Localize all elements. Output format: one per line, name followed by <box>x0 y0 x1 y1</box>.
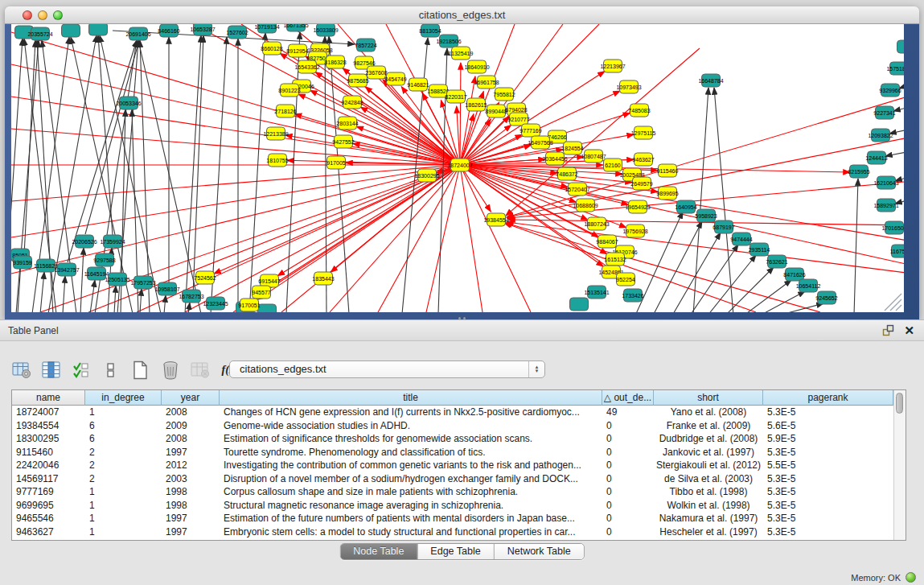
graph-node[interactable]: 7486372 <box>556 167 577 180</box>
graph-node[interactable]: 12213389 <box>263 127 288 140</box>
graph-node[interactable] <box>62 24 80 37</box>
graph-node[interactable]: 12323445 <box>203 297 228 310</box>
graph-node[interactable]: 18640910 <box>464 60 489 73</box>
graph-node[interactable]: 9227341 <box>873 106 895 119</box>
scrollbar-thumb[interactable] <box>896 393 903 414</box>
network-table-select[interactable]: citations_edges.txt ▲▼ <box>229 360 545 378</box>
graph-node[interactable]: 10688609 <box>573 199 598 212</box>
table-row[interactable]: 2242004622012Investigating the contribut… <box>12 459 893 472</box>
graph-node[interactable]: 16543362 <box>294 60 319 73</box>
graph-node[interactable]: 19218506 <box>436 35 461 47</box>
graph-node[interactable]: 939159 <box>13 256 31 269</box>
graph-node[interactable]: 1733426 <box>622 289 643 302</box>
graph-node[interactable]: 2803144 <box>336 117 358 130</box>
graph-node[interactable]: 8990448 <box>485 105 507 117</box>
graph-node[interactable]: 16648784 <box>698 74 723 87</box>
graph-node[interactable]: 16033809 <box>313 24 338 36</box>
graph-node[interactable]: 9875685 <box>347 74 368 87</box>
float-panel-icon[interactable] <box>882 324 894 336</box>
graph-node[interactable]: 945577 <box>252 286 270 299</box>
graph-node[interactable]: 18807243 <box>584 217 609 230</box>
graph-node[interactable]: 8186328 <box>324 56 346 68</box>
graph-node[interactable]: 20355724 <box>27 27 52 40</box>
network-canvas[interactable]: 2035572420691406846616010653287152760210… <box>11 24 904 312</box>
graph-node[interactable]: 9777169 <box>519 124 541 137</box>
graph-node[interactable]: 12975115 <box>631 126 656 139</box>
graph-node[interactable]: 10973493 <box>616 80 641 93</box>
new-table-icon[interactable] <box>130 360 151 381</box>
graph-node[interactable]: 16210643 <box>873 176 898 189</box>
graph-node[interactable] <box>258 304 277 312</box>
graph-node[interactable]: 7485083 <box>628 104 650 117</box>
graph-node[interactable]: 20364456 <box>542 152 567 165</box>
graph-node[interactable]: 9329966 <box>879 84 901 97</box>
graph-node[interactable]: 9884067 <box>596 235 618 248</box>
graph-node[interactable]: 17359924 <box>100 235 125 248</box>
graph-node[interactable]: 8466160 <box>158 24 179 37</box>
graph-node[interactable]: 12505135 <box>105 273 129 286</box>
header-cell[interactable]: title <box>220 390 602 406</box>
graph-node[interactable]: 1862615 <box>465 98 487 111</box>
table-row[interactable]: 911546021997Tourette syndrome. Phenomeno… <box>12 446 893 459</box>
delete-network-table-icon[interactable] <box>190 360 211 381</box>
graph-node[interactable]: 16671355 <box>283 24 308 31</box>
delete-table-icon[interactable] <box>160 360 181 381</box>
graph-node[interactable]: 15135141 <box>584 286 609 299</box>
graph-node[interactable]: 2649579 <box>630 177 652 190</box>
graph-node[interactable]: 19654923 <box>625 200 650 213</box>
graph-node[interactable]: 1527602 <box>226 26 248 39</box>
tab-edge-table[interactable]: Edge Table <box>417 544 494 559</box>
graph-node[interactable] <box>897 40 905 53</box>
graph-node[interactable]: 62160 <box>604 159 622 171</box>
graph-node[interactable]: 952254 <box>616 273 634 286</box>
graph-node[interactable]: 20691406 <box>125 27 150 40</box>
graph-node[interactable]: 9899695 <box>656 187 678 200</box>
graph-node[interactable]: 9170051 <box>238 299 260 311</box>
header-cell[interactable]: year <box>162 390 220 406</box>
graph-node[interactable]: 8454749 <box>384 72 406 85</box>
graph-node[interactable]: 10653287 <box>190 24 215 35</box>
header-cell[interactable]: △ out_de... <box>602 390 654 406</box>
graph-node[interactable]: 16782753 <box>179 290 203 303</box>
header-cell[interactable]: short <box>654 390 763 406</box>
table-row[interactable]: 1872400712008Changes of HCN gene express… <box>12 406 893 419</box>
graph-node[interactable]: 15751874 <box>886 62 904 75</box>
graph-node[interactable]: 20053346 <box>116 97 141 109</box>
graph-node[interactable]: 917005 <box>326 156 345 169</box>
graph-node[interactable]: 1167533 <box>890 245 904 257</box>
row-height-icon[interactable] <box>101 360 121 381</box>
window-titlebar[interactable]: citations_edges.txt <box>5 6 919 24</box>
graph-node[interactable]: 8901223 <box>278 84 300 97</box>
table-row[interactable]: 969969511998Structural magnetic resonanc… <box>12 499 893 513</box>
graph-hub-node[interactable]: 18724007 <box>447 159 472 171</box>
graph-node[interactable]: 2935114 <box>749 243 770 256</box>
graph-node[interactable]: 1640954 <box>675 200 696 213</box>
graph-node[interactable]: 11325419 <box>449 47 474 60</box>
graph-node[interactable]: 5958923 <box>695 209 717 222</box>
graph-node[interactable]: 16497568 <box>528 136 552 149</box>
graph-node[interactable]: 7857224 <box>355 39 376 51</box>
graph-node[interactable]: 9463627 <box>632 153 654 166</box>
header-cell[interactable]: pagerank <box>763 390 893 406</box>
graph-node[interactable]: 8215955 <box>848 165 869 178</box>
graph-node[interactable]: 9115460 <box>657 164 679 177</box>
graph-node[interactable]: 1244413 <box>865 151 887 164</box>
graph-node[interactable]: 7955812 <box>493 88 515 101</box>
graph-node[interactable]: 7524562 <box>194 271 216 284</box>
graph-node[interactable]: 19384554 <box>483 213 508 226</box>
graph-node[interactable]: 8660128 <box>261 42 282 55</box>
resize-grip-icon[interactable] <box>885 294 901 311</box>
graph-node[interactable]: 6879197 <box>713 220 734 233</box>
header-cell[interactable]: in_degree <box>85 390 162 406</box>
graph-node[interactable]: 10654112 <box>796 279 821 292</box>
select-columns-icon[interactable] <box>71 360 92 381</box>
graph-node[interactable]: 8220317 <box>445 90 466 103</box>
graph-node[interactable]: 10719134 <box>254 24 279 33</box>
graph-node[interactable]: 17957253 <box>130 276 155 289</box>
graph-node[interactable]: 2718126 <box>274 105 296 117</box>
graph-node[interactable]: 9427552 <box>332 135 354 148</box>
graph-node[interactable] <box>89 24 108 35</box>
graph-node[interactable]: 8813054 <box>419 24 441 37</box>
graph-node[interactable]: 13942757 <box>54 263 79 276</box>
graph-node[interactable]: 7632621 <box>766 255 787 268</box>
